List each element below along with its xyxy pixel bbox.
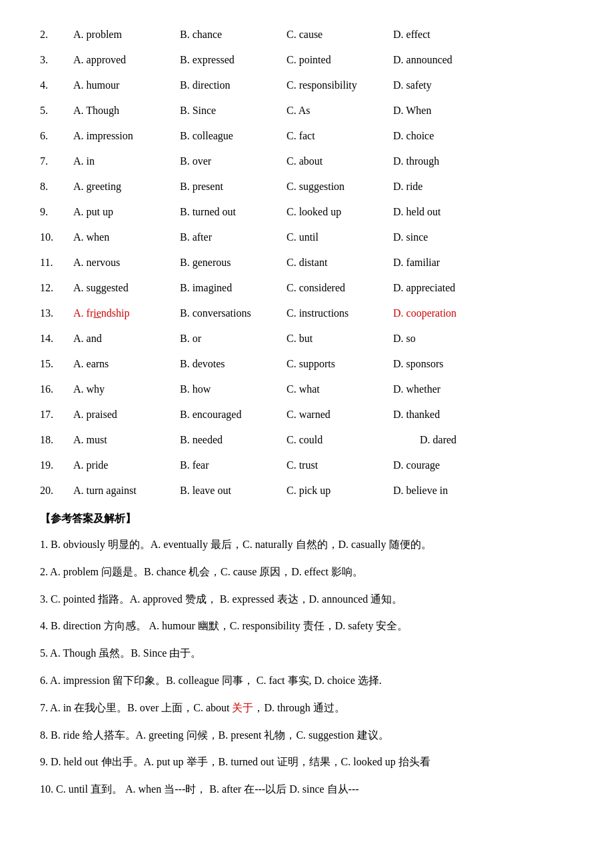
option-19b: B. fear bbox=[180, 457, 287, 473]
q-num-9: 9. bbox=[40, 204, 73, 220]
options-11: A. nervous B. generous C. distant D. fam… bbox=[73, 255, 573, 271]
option-8b: B. present bbox=[180, 179, 287, 195]
option-17a: A. praised bbox=[73, 407, 180, 423]
options-17: A. praised B. encouraged C. warned D. th… bbox=[73, 407, 573, 423]
options-15: A. earns B. devotes C. supports D. spons… bbox=[73, 356, 573, 372]
options-2: A. problem B. chance C. cause D. effect bbox=[73, 27, 573, 43]
q-num-12: 12. bbox=[40, 280, 73, 296]
option-5b: B. Since bbox=[180, 103, 287, 119]
option-8c: C. suggestion bbox=[287, 179, 393, 195]
q-num-2: 2. bbox=[40, 27, 73, 43]
option-11c: C. distant bbox=[287, 255, 393, 271]
option-18d: D. dared bbox=[420, 432, 526, 448]
options-4: A. humour B. direction C. responsibility… bbox=[73, 77, 573, 93]
option-2a: A. problem bbox=[73, 27, 180, 43]
question-row-13: 13. A. friendship B. conversations C. in… bbox=[40, 305, 573, 321]
answer-title: 【参考答案及解析】 bbox=[40, 512, 573, 526]
when-text: when bbox=[139, 783, 162, 795]
answer-row-6: 6. A. impression 留下印象。B. colleague 同事， C… bbox=[40, 671, 573, 691]
q-num-5: 5. bbox=[40, 103, 73, 119]
options-8: A. greeting B. present C. suggestion D. … bbox=[73, 179, 573, 195]
question-row-14: 14. A. and B. or C. but D. so bbox=[40, 331, 573, 347]
options-19: A. pride B. fear C. trust D. courage bbox=[73, 457, 573, 473]
option-15a: A. earns bbox=[73, 356, 180, 372]
option-9d: D. held out bbox=[393, 204, 500, 220]
option-3d: D. announced bbox=[393, 52, 500, 68]
option-8d: D. ride bbox=[393, 179, 500, 195]
option-7b: B. over bbox=[180, 153, 287, 169]
question-row-3: 3. A. approved B. expressed C. pointed D… bbox=[40, 52, 573, 68]
option-3b: B. expressed bbox=[180, 52, 287, 68]
option-6d: D. choice bbox=[393, 128, 500, 144]
option-17c: C. warned bbox=[287, 407, 393, 423]
q-num-17: 17. bbox=[40, 407, 73, 423]
option-17d: D. thanked bbox=[393, 407, 500, 423]
answer-row-3: 3. C. pointed 指路。A. approved 赞成， B. expr… bbox=[40, 590, 573, 609]
option-6c: C. fact bbox=[287, 128, 393, 144]
question-row-11: 11. A. nervous B. generous C. distant D.… bbox=[40, 255, 573, 271]
option-4c: C. responsibility bbox=[287, 77, 393, 93]
option-13b: B. conversations bbox=[180, 305, 287, 321]
question-row-2: 2. A. problem B. chance C. cause D. effe… bbox=[40, 27, 573, 43]
question-row-20: 20. A. turn against B. leave out C. pick… bbox=[40, 483, 573, 499]
option-2d: D. effect bbox=[393, 27, 500, 43]
options-3: A. approved B. expressed C. pointed D. a… bbox=[73, 52, 573, 68]
q-num-4: 4. bbox=[40, 77, 73, 93]
q-num-16: 16. bbox=[40, 381, 73, 397]
option-12a: A. suggested bbox=[73, 280, 180, 296]
option-13d: D. cooperation bbox=[393, 305, 500, 321]
question-row-10: 10. A. when B. after C. until D. since bbox=[40, 229, 573, 245]
option-9b: B. turned out bbox=[180, 204, 287, 220]
option-5c: C. As bbox=[287, 103, 393, 119]
answer-row-9: 9. D. held out 伸出手。A. put up 举手，B. turne… bbox=[40, 753, 573, 772]
option-14b: B. or bbox=[180, 331, 287, 347]
option-5d: D. When bbox=[393, 103, 500, 119]
question-row-19: 19. A. pride B. fear C. trust D. courage bbox=[40, 457, 573, 473]
options-12: A. suggested B. imagined C. considered D… bbox=[73, 280, 573, 296]
option-11b: B. generous bbox=[180, 255, 287, 271]
answer-row-10: 10. C. until 直到。 A. when 当---时， B. after… bbox=[40, 780, 573, 799]
q-num-6: 6. bbox=[40, 128, 73, 144]
question-row-16: 16. A. why B. how C. what D. whether bbox=[40, 381, 573, 397]
question-row-18: 18. A. must B. needed C. could D. dared bbox=[40, 432, 573, 448]
option-19a: A. pride bbox=[73, 457, 180, 473]
question-row-4: 4. A. humour B. direction C. responsibil… bbox=[40, 77, 573, 93]
options-14: A. and B. or C. but D. so bbox=[73, 331, 573, 347]
option-12c: C. considered bbox=[287, 280, 393, 296]
option-10d: D. since bbox=[393, 229, 500, 245]
answer-section: 【参考答案及解析】 1. B. obviously 明显的。A. eventua… bbox=[40, 512, 573, 799]
option-14d: D. so bbox=[393, 331, 500, 347]
option-3a: A. approved bbox=[73, 52, 180, 68]
options-6: A. impression B. colleague C. fact D. ch… bbox=[73, 128, 573, 144]
q-num-15: 15. bbox=[40, 356, 73, 372]
options-16: A. why B. how C. what D. whether bbox=[73, 381, 573, 397]
option-20c: C. pick up bbox=[287, 483, 393, 499]
q-num-8: 8. bbox=[40, 179, 73, 195]
option-9c: C. looked up bbox=[287, 204, 393, 220]
q-num-3: 3. bbox=[40, 52, 73, 68]
option-15b: B. devotes bbox=[180, 356, 287, 372]
option-2c: C. cause bbox=[287, 27, 393, 43]
q-num-14: 14. bbox=[40, 331, 73, 347]
option-18b: B. needed bbox=[180, 432, 287, 448]
answer-row-5: 5. A. Though 虽然。B. Since 由于。 bbox=[40, 644, 573, 663]
option-9a: A. put up bbox=[73, 204, 180, 220]
option-6a: A. impression bbox=[73, 128, 180, 144]
option-12d: D. appreciated bbox=[393, 280, 500, 296]
option-19d: D. courage bbox=[393, 457, 500, 473]
option-7d: D. through bbox=[393, 153, 500, 169]
option-14a: A. and bbox=[73, 331, 180, 347]
question-row-17: 17. A. praised B. encouraged C. warned D… bbox=[40, 407, 573, 423]
option-8a: A. greeting bbox=[73, 179, 180, 195]
option-19c: C. trust bbox=[287, 457, 393, 473]
q-num-11: 11. bbox=[40, 255, 73, 271]
options-9: A. put up B. turned out C. looked up D. … bbox=[73, 204, 573, 220]
option-2b: B. chance bbox=[180, 27, 287, 43]
question-row-15: 15. A. earns B. devotes C. supports D. s… bbox=[40, 356, 573, 372]
option-14c: C. but bbox=[287, 331, 393, 347]
red-text-guanyu: 关于 bbox=[232, 702, 253, 713]
option-4b: B. direction bbox=[180, 77, 287, 93]
answer-row-8: 8. B. ride 给人搭车。A. greeting 问候，B. presen… bbox=[40, 726, 573, 745]
question-row-6: 6. A. impression B. colleague C. fact D.… bbox=[40, 128, 573, 144]
q-num-18: 18. bbox=[40, 432, 73, 448]
